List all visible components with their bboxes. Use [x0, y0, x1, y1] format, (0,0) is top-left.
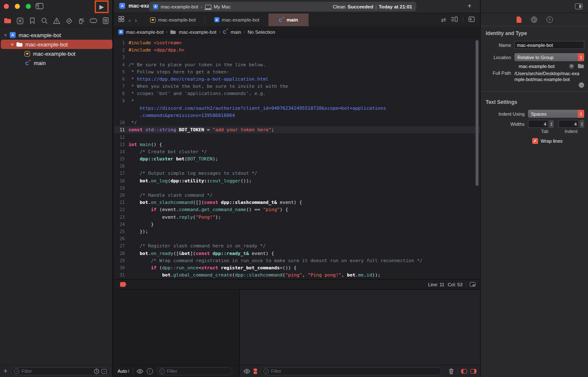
code-line[interactable]: 10 */ — [114, 119, 480, 126]
indent-using-popup[interactable]: Spaces ▴▾ — [528, 110, 584, 118]
line-number[interactable]: 5 — [114, 70, 129, 74]
location-popup[interactable]: Relative to Group ▴▾ — [514, 53, 584, 61]
line-number[interactable]: 1 — [114, 41, 129, 45]
line-number[interactable]: 10 — [114, 120, 129, 125]
editor-scrollbar[interactable] — [476, 40, 479, 186]
line-number[interactable]: 13 — [114, 142, 129, 147]
code-line[interactable]: 22 if (event.command.get_command_name() … — [114, 206, 480, 213]
code-line[interactable]: 19 — [114, 184, 480, 192]
variables-panel-toggle[interactable] — [461, 369, 467, 374]
quicklook-eye-icon[interactable] — [137, 369, 143, 374]
minimize-window-button[interactable] — [15, 4, 20, 9]
console-view[interactable]: ≡ Filter — [240, 290, 480, 377]
line-number[interactable]: 30 — [114, 266, 129, 270]
code-line[interactable]: 26 — [114, 235, 480, 242]
tree-item-main[interactable]: C+ main — [0, 58, 113, 68]
tab-product[interactable]: mac-example-bot — [141, 14, 205, 26]
code-line[interactable]: 31 bot.global_command_create(dpp::slashc… — [114, 271, 480, 279]
info-icon[interactable]: i — [147, 368, 153, 374]
tab-project[interactable]: A mac-example-bot — [205, 14, 268, 26]
line-number[interactable]: 18 — [114, 179, 129, 183]
code-line[interactable]: 15 dpp::cluster bot(BOT_TOKEN); — [114, 155, 480, 163]
line-number[interactable]: 31 — [114, 273, 129, 277]
console-panel-toggle[interactable] — [470, 369, 476, 374]
breadcrumb-group[interactable]: mac-example-bot — [179, 30, 216, 35]
bookmarks-icon[interactable] — [27, 16, 37, 25]
code-line[interactable]: 23 event.reply("Pong!"); — [114, 214, 480, 221]
run-destination[interactable]: My Mac — [214, 4, 231, 9]
back-button[interactable]: ‹ — [129, 16, 131, 24]
debug-icon[interactable] — [77, 16, 86, 25]
editor-options-icon[interactable] — [451, 16, 458, 24]
line-number[interactable]: 3 — [114, 55, 129, 60]
code-line[interactable]: 30 if (dpp::run_once<struct register_bot… — [114, 264, 480, 271]
line-number[interactable]: 19 — [114, 186, 129, 190]
related-items-icon[interactable] — [118, 16, 124, 24]
breakpoint-badge-icon[interactable] — [120, 282, 126, 287]
line-number[interactable]: 6 — [114, 77, 129, 81]
line-number[interactable]: 11 — [114, 127, 129, 132]
line-number[interactable]: 8 — [114, 91, 129, 96]
close-window-button[interactable] — [4, 4, 9, 9]
tab-width-field[interactable]: 4 — [528, 120, 548, 128]
line-number[interactable]: 16 — [114, 164, 129, 168]
console-filter-input[interactable]: ≡ Filter — [260, 367, 442, 375]
line-number[interactable]: 9 — [114, 99, 129, 103]
name-field[interactable]: mac-example-bot — [514, 41, 584, 49]
line-indicator[interactable]: Line: 11 — [428, 282, 444, 287]
breadcrumb-selection[interactable]: No Selection — [248, 30, 275, 35]
tab-main-active[interactable]: C+ main — [268, 14, 309, 26]
line-number[interactable]: 29 — [114, 258, 129, 263]
sidebar-toggle-icon[interactable] — [36, 3, 44, 11]
source-editor[interactable]: 1#include <iostream>2#include <dpp/dpp.h… — [114, 38, 480, 279]
variables-mode-popup[interactable]: Auto ▴▾ — [118, 369, 129, 374]
scm-status-filter-icon[interactable]: + — [101, 369, 107, 374]
run-button[interactable]: ▶ — [99, 4, 104, 10]
source-control-icon[interactable] — [15, 16, 25, 25]
zoom-window-button[interactable] — [26, 4, 31, 9]
breadcrumb-file[interactable]: main — [230, 30, 241, 35]
line-number[interactable]: 22 — [114, 207, 129, 212]
line-number[interactable]: 4 — [114, 62, 129, 67]
adjust-editor-icon[interactable] — [470, 282, 476, 287]
code-line[interactable]: https://discord.com/oauth2/authorize?cli… — [114, 105, 480, 112]
line-number[interactable]: 28 — [114, 251, 129, 256]
project-navigator-icon[interactable] — [3, 16, 12, 25]
line-number[interactable]: 15 — [114, 157, 129, 161]
forward-button[interactable]: › — [135, 16, 137, 24]
indent-width-field[interactable]: 4 — [558, 120, 579, 128]
code-line[interactable]: 12 — [114, 133, 480, 141]
line-number[interactable]: 21 — [114, 200, 129, 205]
indent-width-stepper[interactable]: ▴▾ — [580, 120, 584, 128]
code-line[interactable]: 24 } — [114, 221, 480, 228]
code-line[interactable]: 3 — [114, 54, 480, 61]
code-review-icon[interactable]: ⇄ — [441, 16, 446, 23]
tree-item-project[interactable]: ∨ A mac-example-bot — [0, 30, 113, 40]
console-eye-icon[interactable] — [243, 369, 250, 374]
scheme-name[interactable]: mac-example-bot — [161, 4, 198, 9]
scheme-selector[interactable]: A mac-example-bot › My Mac Clean Succeed… — [149, 2, 416, 11]
code-line[interactable]: 29 /* Wrap command registration in run_o… — [114, 257, 480, 264]
navigator-filter-input[interactable]: ≡ Filter + — [11, 367, 110, 375]
tree-item-product[interactable]: mac-example-bot — [0, 49, 113, 58]
code-line[interactable]: 21 bot.on_slashcommand([](const dpp::sla… — [114, 199, 480, 206]
wrap-lines-checkbox[interactable]: ✓ — [532, 138, 538, 144]
line-number[interactable]: 27 — [114, 244, 129, 248]
disclosure-chevron-icon[interactable]: ∨ — [3, 33, 8, 37]
code-line[interactable]: 27 /* Register slash command here in on_… — [114, 242, 480, 250]
line-number[interactable]: 24 — [114, 222, 129, 227]
code-line[interactable]: 11const std::string BOT_TOKEN = "add you… — [114, 126, 480, 133]
line-number[interactable]: 17 — [114, 171, 129, 176]
recent-files-icon[interactable] — [94, 369, 99, 374]
line-number[interactable]: 14 — [114, 149, 129, 154]
line-number[interactable]: 25 — [114, 229, 129, 234]
breakpoints-icon[interactable] — [89, 16, 98, 25]
line-number[interactable]: 2 — [114, 48, 129, 52]
clear-location-icon[interactable]: ✕ — [569, 64, 574, 69]
code-line[interactable]: 25 }); — [114, 228, 480, 235]
reveal-in-finder-icon[interactable]: → — [579, 82, 584, 88]
code-line[interactable]: 7 * When you invite the bot, be sure to … — [114, 83, 480, 90]
code-line[interactable]: 18 bot.on_log(dpp::utility::cout_logger(… — [114, 177, 480, 184]
code-line[interactable]: 1#include <iostream> — [114, 39, 480, 46]
line-number[interactable]: 23 — [114, 215, 129, 220]
